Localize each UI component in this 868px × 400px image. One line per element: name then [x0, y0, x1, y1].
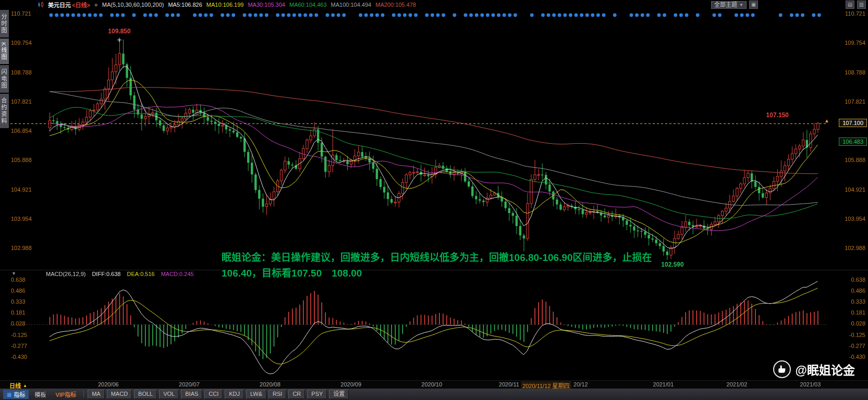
brand-logo-icon: [773, 360, 791, 378]
y-axis-label: 104.921: [11, 186, 32, 193]
bottom-toolbar: ▦ 指标 模板 VIP指标 MA MACD BOLL VOL BIAS CCI …: [0, 389, 868, 400]
macd-y-label: -0.125: [849, 331, 865, 339]
grid-layout-icon-button[interactable]: ▣: [749, 1, 758, 9]
y-axis-label: 108.788: [11, 69, 32, 76]
day-high-annotation: 107.150: [766, 111, 789, 119]
y-axis-label: 108.788: [845, 69, 865, 76]
candlestick-icon: [38, 2, 44, 8]
indicator-button-kdj[interactable]: KDJ: [225, 390, 244, 399]
macd-header: MACD(26,12,9) DIFF:0.638 DEA:0.516 MACD:…: [46, 271, 194, 277]
x-axis-label: 2021/01: [653, 381, 674, 388]
y-axis-label: 105.888: [845, 156, 865, 164]
y-axis-label: 102.988: [845, 244, 865, 252]
fullscreen-icon-button[interactable]: ▥: [857, 1, 866, 9]
topbar: 美元日元 <日线> ◆ MA(5,10,30,60,100,200) MA5:1…: [0, 0, 868, 9]
analyst-note-line2: 106.40，目标看107.50 108.00: [222, 266, 652, 281]
macd-y-label: 0.028: [11, 320, 26, 327]
macd-diff-value: DIFF:0.638: [92, 271, 120, 277]
macd-y-label: 0.638: [11, 276, 26, 283]
theme-dropdown-label: 全部主题: [714, 2, 737, 8]
tab-indicators[interactable]: ▦ 指标: [3, 390, 29, 399]
macd-y-label: -0.430: [849, 353, 865, 360]
sidebar-item-lightning-chart[interactable]: 闪电图: [0, 65, 9, 93]
x-axis-label: 2021/02: [727, 381, 748, 388]
macd-y-label: 0.181: [851, 309, 865, 316]
y-axis-label: 107.821: [845, 98, 865, 105]
indicator-button-cci[interactable]: CCI: [204, 390, 223, 399]
ma200-value: MA200:105.478: [375, 2, 416, 8]
macd-y-label: -0.277: [11, 342, 27, 349]
x-axis-row: 日线 ▲ 2020/06 2020/07 2020/08 2020/09 202…: [0, 380, 868, 389]
x-axis-label: 2021/03: [800, 381, 821, 388]
indicator-button-psy[interactable]: PSY: [307, 390, 327, 399]
y-axis-label: 105.888: [11, 156, 32, 164]
macd-y-label: 0.486: [851, 287, 865, 294]
y-axis-label: 109.754: [845, 39, 865, 46]
ma5-value: MA5:106.826: [168, 2, 202, 8]
indicator-button-lw[interactable]: LW&: [246, 390, 266, 399]
indicator-button-macd[interactable]: MACD: [107, 390, 132, 399]
split-window-icon-button[interactable]: ▤: [846, 1, 854, 9]
symbol-period-label: <日线>: [72, 1, 90, 9]
y-axis-label: 102.988: [11, 244, 32, 252]
indicator-button-rsi[interactable]: RSI: [268, 390, 286, 399]
ma-settings-label: MA(5,10,30,60,100,200): [102, 2, 164, 8]
ma60-value: MA60:104.463: [289, 2, 327, 8]
ma100-value: MA100:104.494: [331, 2, 372, 8]
ma-value-badge: 106.483: [839, 138, 867, 146]
indicator-button-boll[interactable]: BOLL: [134, 390, 157, 399]
x-axis-label: 2020/08: [260, 381, 280, 388]
macd-y-label: 0.333: [851, 298, 865, 305]
y-axis-label: 106.854: [11, 127, 32, 134]
ma10-value: MA10:106.199: [206, 2, 244, 8]
macd-y-label: 0.333: [11, 298, 26, 305]
indicator-tab-icon: ▦: [7, 392, 11, 397]
y-axis-label: 104.921: [845, 186, 865, 193]
tab-templates[interactable]: 模板: [31, 390, 50, 399]
macd-macd-value: MACD:0.245: [161, 271, 194, 277]
settings-button[interactable]: 设置: [329, 390, 349, 399]
y-axis-label: 109.754: [11, 39, 32, 46]
theme-dropdown[interactable]: 全部主题 ▼: [711, 1, 747, 9]
ma30-value: MA30:105.304: [248, 2, 285, 8]
y-axis-label: 103.954: [11, 215, 32, 222]
topbar-spacer: [761, 5, 843, 5]
indicator-settings-icon[interactable]: ◆: [94, 2, 98, 7]
topbar-right-group: 全部主题 ▼ ▣ ▤ ▥: [711, 1, 868, 9]
macd-y-label: -0.125: [11, 331, 27, 339]
x-axis-label: 2020/09: [340, 381, 361, 388]
watermark: @眠姐论金: [773, 360, 855, 378]
indicator-button-vol[interactable]: VOL: [159, 390, 179, 399]
chart-canvas[interactable]: [0, 0, 868, 400]
x-axis-label: 2020/11: [499, 381, 519, 388]
sidebar-item-timeline-chart[interactable]: 分时图: [0, 10, 9, 38]
x-axis-label: 2020/07: [179, 381, 200, 388]
y-axis-label: 110.721: [845, 10, 865, 17]
macd-y-label: 0.638: [851, 276, 865, 283]
last-price-badge: 107.100: [839, 119, 867, 127]
macd-y-label: -0.430: [11, 353, 27, 360]
x-axis-label: 2020/06: [98, 381, 119, 388]
sidebar: 分时图 K线图 闪电图 合约资料: [0, 10, 9, 128]
y-axis-label: 110.721: [11, 10, 31, 17]
period-caret-icon: ▲: [23, 383, 27, 388]
peak-price-annotation: 109.850: [108, 28, 130, 35]
y-axis-label: 107.821: [11, 98, 32, 105]
sidebar-item-contract-info[interactable]: 合约资料: [0, 94, 9, 128]
tab-vip-indicators[interactable]: VIP指标: [52, 390, 80, 399]
macd-y-label: 0.181: [11, 309, 26, 316]
x-axis-label: 2020/10: [421, 381, 442, 388]
sidebar-item-kline-chart[interactable]: K线图: [0, 39, 9, 64]
indicator-button-ma[interactable]: MA: [88, 390, 105, 399]
toolbar-divider: [83, 391, 84, 398]
macd-y-label: 0.486: [11, 287, 26, 294]
macd-y-label: -0.277: [849, 342, 865, 349]
price-arrow-icon: ▲: [824, 118, 829, 123]
macd-y-label: 0.028: [851, 320, 865, 327]
indicator-button-bias[interactable]: BIAS: [181, 390, 202, 399]
low-price-annotation: 102.590: [661, 261, 683, 268]
indicator-button-cr[interactable]: CR: [288, 390, 305, 399]
analyst-note-line1: 眠姐论金：美日操作建议，回撤进多，日内短线以低多为主，回撤106.80-106.…: [222, 250, 652, 266]
panel-collapse-icon[interactable]: ▾: [13, 270, 15, 276]
tab-indicators-label: 指标: [14, 390, 25, 398]
